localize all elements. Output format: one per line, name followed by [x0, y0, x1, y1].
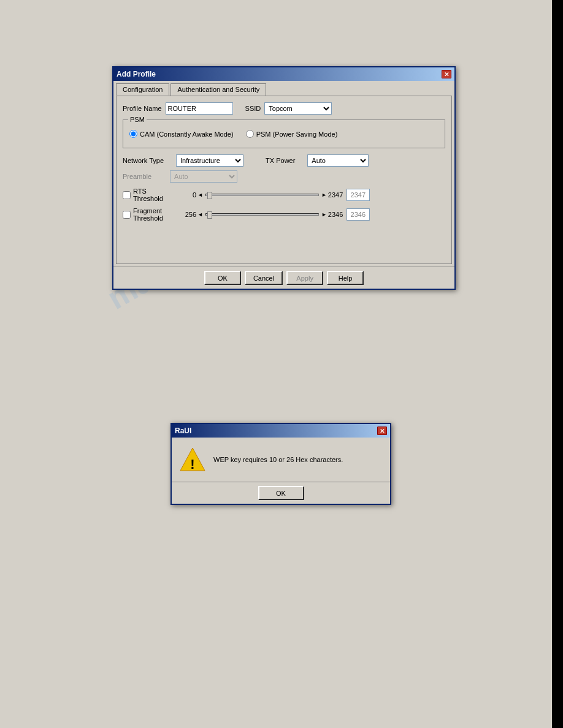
rts-slider-track[interactable] [205, 194, 319, 196]
profile-name-input[interactable] [166, 102, 233, 115]
raui-close-button[interactable]: ✕ [377, 427, 387, 435]
psm-radio-row: CAM (Constantly Awake Mode) PSM (Power S… [129, 125, 439, 143]
psm-label: PSM (Power Saving Mode) [256, 131, 338, 138]
fragment-slider-track[interactable] [205, 213, 319, 216]
raui-titlebar: RaUI ✕ [172, 424, 390, 438]
raui-title: RaUI [175, 427, 191, 435]
network-type-row: Network Type Infrastructure Ad Hoc TX Po… [123, 154, 445, 167]
rts-dot-right: ► [321, 192, 327, 198]
button-row: OK Cancel Apply Help [113, 267, 454, 289]
tx-power-select[interactable]: Auto 10% 25% 50% 75% 100% [307, 154, 369, 167]
fragment-slider-thumb[interactable] [207, 211, 212, 219]
add-profile-titlebar: Add Profile ✕ [113, 67, 454, 81]
psm-group-box: PSM CAM (Constantly Awake Mode) PSM (Pow… [123, 119, 445, 148]
preamble-row: Preamble Auto Long Short [123, 170, 445, 183]
fragment-max-value: 2346 [328, 211, 347, 218]
network-type-label: Network Type [123, 157, 164, 164]
tab-bar: Configuration Authentication and Securit… [113, 81, 454, 96]
cam-label: CAM (Constantly Awake Mode) [140, 131, 234, 138]
rts-max-value: 2347 [328, 191, 347, 199]
add-profile-close-button[interactable]: ✕ [442, 70, 451, 78]
fragment-threshold-input[interactable] [347, 208, 370, 221]
fragment-checkbox-container: Fragment Threshold [123, 207, 178, 222]
fragment-min-value: 256 [178, 211, 196, 218]
rts-threshold-row: RTS Threshold 0 ◄ ► 2347 [123, 188, 445, 202]
raui-dialog: RaUI ✕ ! WEP key requires 10 or 26 Hex c… [170, 423, 391, 505]
rts-slider-thumb[interactable] [207, 192, 212, 199]
alert-content-row: ! WEP key requires 10 or 26 Hex characte… [172, 438, 390, 482]
tx-power-label: TX Power [266, 157, 295, 164]
svg-text:!: ! [190, 457, 194, 472]
fragment-threshold-label: Fragment Threshold [133, 207, 178, 222]
rts-min-value: 0 [178, 191, 196, 199]
right-strip [552, 0, 563, 728]
cam-radio-item[interactable]: CAM (Constantly Awake Mode) [129, 130, 234, 138]
rts-threshold-label: RTS Threshold [133, 188, 178, 202]
add-profile-title: Add Profile [117, 70, 156, 78]
rts-threshold-input[interactable] [347, 189, 370, 201]
fragment-threshold-row: Fragment Threshold 256 ◄ ► 2346 [123, 207, 445, 222]
titlebar-title-area: Add Profile [117, 70, 156, 78]
alert-message: WEP key requires 10 or 26 Hex characters… [213, 456, 343, 463]
raui-title-area: RaUI [175, 427, 191, 435]
fragment-dot-left: ◄ [197, 211, 203, 218]
tab-configuration[interactable]: Configuration [116, 83, 169, 96]
cancel-button[interactable]: Cancel [245, 271, 283, 285]
profile-name-label: Profile Name [123, 105, 162, 112]
tab-auth-security[interactable]: Authentication and Security [170, 83, 266, 96]
fragment-dot-right: ► [321, 211, 327, 218]
ssid-select[interactable]: Topcom [264, 102, 332, 115]
rts-checkbox-container: RTS Threshold [123, 188, 178, 202]
rts-dot-left: ◄ [197, 192, 203, 198]
warning-icon: ! [180, 447, 205, 472]
psm-radio[interactable] [246, 130, 254, 138]
network-type-select[interactable]: Infrastructure Ad Hoc [176, 154, 243, 167]
rts-threshold-checkbox[interactable] [123, 191, 131, 199]
spacer [123, 227, 445, 257]
fragment-threshold-checkbox[interactable] [123, 211, 131, 219]
ssid-label: SSID [245, 105, 261, 112]
raui-ok-button[interactable]: OK [258, 486, 304, 500]
psm-group-label: PSM [128, 116, 147, 123]
preamble-label: Preamble [123, 173, 151, 180]
raui-button-row: OK [172, 482, 390, 504]
psm-radio-item[interactable]: PSM (Power Saving Mode) [246, 130, 338, 138]
help-button[interactable]: Help [327, 271, 364, 285]
cam-radio[interactable] [129, 130, 137, 138]
warning-triangle-svg: ! [179, 446, 206, 473]
preamble-select[interactable]: Auto Long Short [170, 170, 237, 183]
ok-button[interactable]: OK [204, 271, 241, 285]
profile-name-row: Profile Name SSID Topcom [123, 102, 445, 115]
apply-button[interactable]: Apply [286, 271, 323, 285]
tab-content-configuration: Profile Name SSID Topcom PSM CAM (Consta… [116, 96, 452, 264]
add-profile-dialog: Add Profile ✕ Configuration Authenticati… [112, 66, 456, 290]
